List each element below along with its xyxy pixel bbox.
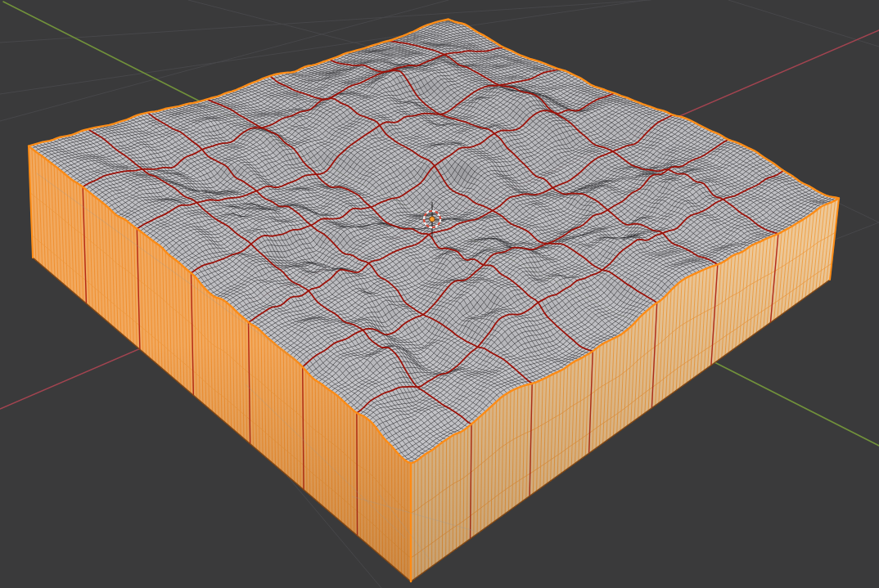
viewport-canvas[interactable] bbox=[0, 0, 879, 588]
3d-viewport[interactable] bbox=[0, 0, 879, 588]
